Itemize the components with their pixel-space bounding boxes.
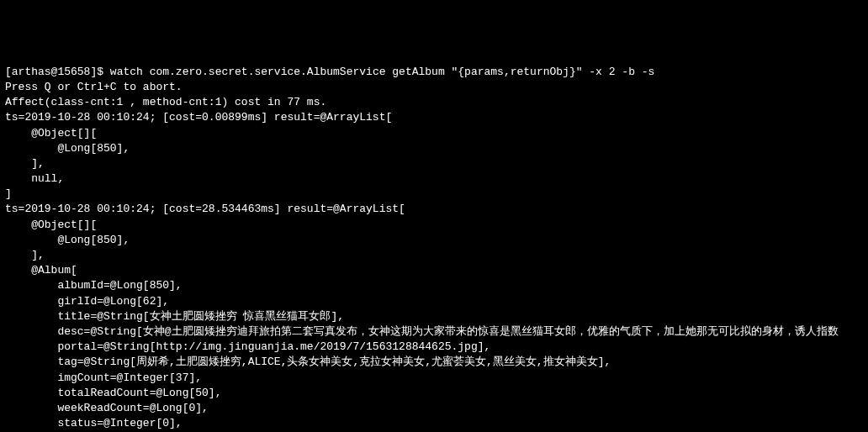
output-line: albumId=@Long[850],	[5, 279, 183, 292]
output-line: tag=@String[周妍希,土肥圆矮挫穷,ALICE,头条女神美女,克拉女神…	[5, 356, 611, 368]
output-line: @Object[][	[5, 127, 97, 140]
output-line: totalReadCount=@Long[50],	[5, 387, 221, 399]
output-line: @Long[850],	[5, 142, 130, 155]
output-line: @Object[][	[5, 219, 97, 231]
output-line: ]	[5, 187, 12, 200]
output-line: ts=2019-10-28 00:10:24; [cost=0.00899ms]…	[5, 111, 392, 124]
output-line: @Long[850],	[5, 234, 130, 246]
output-line: ts=2019-10-28 00:10:24; [cost=28.534463m…	[5, 203, 405, 215]
command-prompt-line: [arthas@15658]$ watch com.zero.secret.se…	[5, 66, 654, 78]
output-line: desc=@String[女神@土肥圆矮挫穷迪拜旅拍第二套写真发布，女神这期为大…	[5, 325, 839, 338]
output-line: Press Q or Ctrl+C to abort.	[5, 81, 183, 93]
output-line: girlId=@Long[62],	[5, 295, 169, 308]
output-line: ],	[5, 249, 45, 261]
output-line: status=@Integer[0],	[5, 417, 183, 429]
output-line: imgCount=@Integer[37],	[5, 371, 202, 384]
terminal-output[interactable]: [arthas@15658]$ watch com.zero.secret.se…	[5, 65, 863, 432]
output-line: portal=@String[http://img.jinguanjia.me/…	[5, 340, 490, 353]
prompt-prefix: [arthas@15658]$	[5, 66, 110, 78]
output-line: title=@String[女神土肥圆矮挫穷 惊喜黑丝猫耳女郎],	[5, 310, 344, 323]
output-line: Affect(class-cnt:1 , method-cnt:1) cost …	[5, 96, 326, 108]
output-line: null,	[5, 172, 64, 185]
command-text: watch com.zero.secret.service.AlbumServi…	[110, 66, 655, 78]
output-line: weekReadCount=@Long[0],	[5, 402, 209, 414]
output-line: @Album[	[5, 264, 77, 277]
output-line: ],	[5, 157, 45, 170]
